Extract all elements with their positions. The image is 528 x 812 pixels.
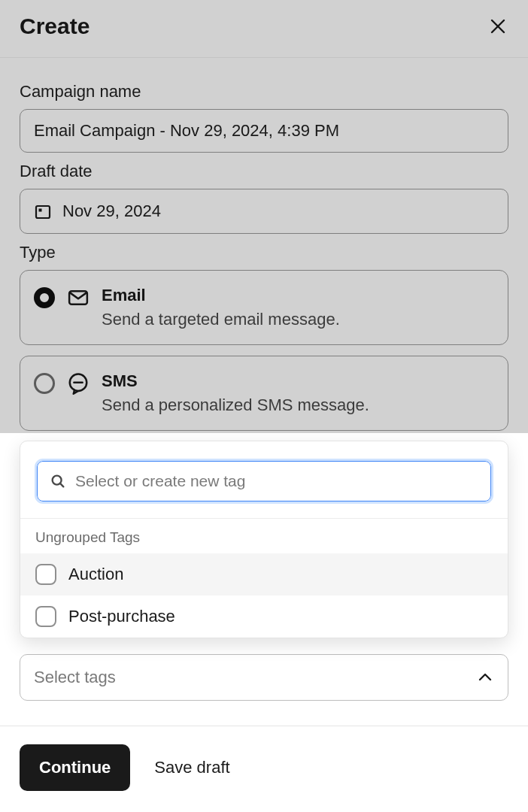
tags-select-placeholder: Select tags xyxy=(34,668,116,687)
tag-option-auction[interactable]: Auction xyxy=(20,553,508,595)
search-icon xyxy=(50,473,66,489)
type-email-title: Email xyxy=(102,286,340,305)
radio-unselected-icon xyxy=(34,373,55,394)
tags-group-label: Ungrouped Tags xyxy=(20,519,508,553)
type-label: Type xyxy=(20,243,508,262)
svg-rect-3 xyxy=(39,209,42,212)
draft-date-input[interactable]: Nov 29, 2024 xyxy=(20,189,508,234)
continue-button[interactable]: Continue xyxy=(20,744,130,791)
draft-date-label: Draft date xyxy=(20,162,508,181)
type-email-desc: Send a targeted email message. xyxy=(102,310,340,329)
checkbox-unchecked[interactable] xyxy=(35,564,56,585)
type-sms-desc: Send a personalized SMS message. xyxy=(102,395,369,415)
tags-field-wrap: Select tags xyxy=(20,654,508,701)
campaign-name-value: Email Campaign - Nov 29, 2024, 4:39 PM xyxy=(34,121,339,141)
type-sms-title: SMS xyxy=(102,371,369,391)
svg-line-8 xyxy=(60,483,63,486)
tags-popover: Ungrouped Tags Auction Post-purchase xyxy=(20,441,508,638)
email-icon xyxy=(67,286,90,309)
tags-search-field[interactable] xyxy=(75,472,478,490)
panel-footer: Continue Save draft xyxy=(0,726,528,812)
tags-popover-search-wrap xyxy=(20,441,508,519)
tag-option-label: Post-purchase xyxy=(68,607,175,626)
type-option-email[interactable]: Email Send a targeted email message. xyxy=(20,270,508,345)
type-option-sms-text: SMS Send a personalized SMS message. xyxy=(102,371,369,415)
create-panel: Create Campaign name Email Campaign - No… xyxy=(0,0,528,812)
calendar-icon xyxy=(34,202,52,220)
panel-body: Campaign name Email Campaign - Nov 29, 2… xyxy=(0,58,528,431)
chevron-up-icon xyxy=(476,668,494,686)
campaign-name-input[interactable]: Email Campaign - Nov 29, 2024, 4:39 PM xyxy=(20,109,508,153)
type-option-sms[interactable]: SMS Send a personalized SMS message. xyxy=(20,356,508,431)
campaign-name-label: Campaign name xyxy=(20,82,508,102)
tags-search-input[interactable] xyxy=(37,461,491,501)
panel-title: Create xyxy=(20,14,90,39)
type-option-email-text: Email Send a targeted email message. xyxy=(102,286,340,329)
tags-select-input[interactable]: Select tags xyxy=(20,654,508,701)
tag-option-label: Auction xyxy=(68,565,123,584)
tag-option-post-purchase[interactable]: Post-purchase xyxy=(20,595,508,638)
sms-icon xyxy=(67,372,90,395)
checkbox-unchecked[interactable] xyxy=(35,606,56,627)
svg-rect-2 xyxy=(36,206,50,218)
radio-selected-icon xyxy=(34,287,55,308)
close-button[interactable] xyxy=(487,16,508,37)
close-icon xyxy=(489,17,507,35)
panel-header: Create xyxy=(0,0,528,58)
save-draft-button[interactable]: Save draft xyxy=(154,758,229,777)
draft-date-value: Nov 29, 2024 xyxy=(62,201,161,221)
